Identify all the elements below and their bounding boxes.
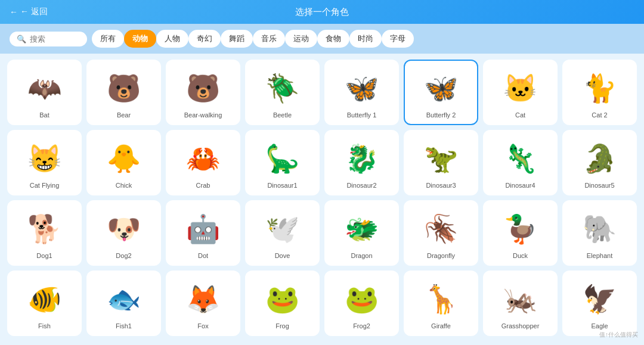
sprite-icon-cat-flying: 😸 — [27, 138, 61, 179]
sprite-card-frog2[interactable]: 🐸Frog2 — [324, 271, 399, 336]
sprite-card-bear[interactable]: 🐻Bear — [86, 60, 161, 125]
sprite-card-crab[interactable]: 🦀Crab — [166, 130, 240, 195]
filter-btn-food[interactable]: 食物 — [317, 30, 349, 48]
sprite-icon-fox: 🦊 — [186, 278, 220, 320]
sprite-card-dinosaur3[interactable]: 🦖Dinosaur3 — [404, 130, 478, 195]
filter-btn-music[interactable]: 音乐 — [253, 30, 285, 48]
sprite-card-fox[interactable]: 🦊Fox — [166, 271, 240, 336]
search-box[interactable]: 🔍 — [10, 32, 87, 46]
sprite-icon-dinosaur1: 🦕 — [265, 138, 299, 179]
sprite-card-fish1[interactable]: 🐟Fish1 — [86, 271, 161, 336]
sprite-icon-duck: 🦆 — [503, 208, 537, 250]
sprite-label-dove: Dove — [275, 252, 290, 259]
sprite-label-bat: Bat — [39, 111, 49, 119]
sprite-icon-butterfly2: 🦋 — [424, 67, 458, 109]
filter-bar: 🔍 所有动物人物奇幻舞蹈音乐运动食物时尚字母 — [0, 24, 644, 54]
filter-btn-people[interactable]: 人物 — [156, 30, 188, 48]
search-icon: 🔍 — [17, 35, 26, 43]
sprite-label-crab: Crab — [196, 182, 210, 189]
sprite-icon-giraffe: 🦒 — [424, 278, 458, 320]
sprite-label-cat2: Cat 2 — [592, 111, 607, 119]
back-button[interactable]: ← ← 返回 — [10, 7, 48, 17]
search-input[interactable] — [30, 35, 83, 43]
filter-btn-dance[interactable]: 舞蹈 — [221, 30, 253, 48]
sprite-icon-dog1: 🐕 — [27, 208, 61, 250]
sprite-label-cat: Cat — [515, 111, 525, 119]
sprite-card-frog[interactable]: 🐸Frog — [245, 271, 320, 336]
sprite-card-elephant[interactable]: 🐘Elephant — [562, 200, 637, 266]
sprite-label-bear-walking: Bear-walking — [184, 111, 222, 119]
sprite-card-dot[interactable]: 🤖Dot — [166, 200, 240, 266]
sprite-card-eagle[interactable]: 🦅Eagle — [562, 271, 637, 336]
sprite-label-dragon: Dragon — [351, 252, 372, 259]
sprite-label-cat-flying: Cat Flying — [30, 182, 60, 189]
sprite-card-cat2[interactable]: 🐈Cat 2 — [562, 60, 637, 125]
sprite-icon-dove: 🕊️ — [265, 208, 299, 250]
sprite-icon-dinosaur3: 🦖 — [424, 138, 458, 179]
sprite-card-butterfly1[interactable]: 🦋Butterfly 1 — [324, 60, 399, 125]
sprite-icon-frog: 🐸 — [265, 278, 299, 320]
sprite-icon-bat: 🦇 — [27, 67, 61, 109]
sprite-card-dragonfly[interactable]: 🪳Dragonfly — [404, 200, 478, 266]
sprite-icon-chick: 🐥 — [107, 138, 141, 179]
sprite-icon-fish1: 🐟 — [107, 278, 141, 320]
sprite-card-giraffe[interactable]: 🦒Giraffe — [404, 271, 478, 336]
sprite-label-frog: Frog — [275, 322, 289, 330]
sprite-label-dinosaur1: Dinosaur1 — [267, 182, 297, 189]
sprite-label-butterfly1: Butterfly 1 — [347, 111, 377, 119]
watermark: 值↑什么值得买 — [599, 331, 638, 339]
filter-btn-fashion[interactable]: 时尚 — [349, 30, 382, 48]
sprite-label-beetle: Beetle — [273, 111, 292, 119]
sprite-icon-butterfly1: 🦋 — [345, 67, 379, 109]
sprite-label-bear: Bear — [117, 111, 131, 119]
sprite-card-dove[interactable]: 🕊️Dove — [245, 200, 320, 266]
sprite-card-bat[interactable]: 🦇Bat — [7, 60, 82, 125]
sprite-label-fox: Fox — [197, 322, 208, 330]
filter-btn-letters[interactable]: 字母 — [382, 30, 414, 48]
sprite-icon-cat2: 🐈 — [583, 67, 617, 109]
sprite-icon-dinosaur4: 🦎 — [503, 138, 537, 179]
sprite-label-dog1: Dog1 — [36, 252, 52, 259]
sprite-icon-dragon: 🐲 — [345, 208, 379, 250]
sprite-card-beetle[interactable]: 🪲Beetle — [245, 60, 320, 125]
sprite-card-grasshopper[interactable]: 🦗Grasshopper — [483, 271, 558, 336]
sprite-icon-crab: 🦀 — [186, 138, 220, 179]
sprite-label-dinosaur3: Dinosaur3 — [426, 182, 456, 189]
sprite-card-dinosaur4[interactable]: 🦎Dinosaur4 — [483, 130, 558, 195]
sprite-card-duck[interactable]: 🦆Duck — [483, 200, 558, 266]
filter-btn-all[interactable]: 所有 — [92, 30, 124, 48]
sprite-card-dinosaur5[interactable]: 🐊Dinosaur5 — [562, 130, 637, 195]
sprite-icon-bear: 🐻 — [107, 67, 141, 109]
back-label: ← 返回 — [20, 7, 48, 17]
sprite-label-dinosaur2: Dinosaur2 — [346, 182, 376, 189]
sprite-label-fish1: Fish1 — [116, 322, 132, 330]
sprite-icon-grasshopper: 🦗 — [503, 278, 537, 320]
sprite-card-dog1[interactable]: 🐕Dog1 — [7, 200, 82, 266]
sprite-card-dinosaur1[interactable]: 🦕Dinosaur1 — [245, 130, 320, 195]
sprite-icon-dot: 🤖 — [186, 208, 220, 250]
sprite-icon-beetle: 🪲 — [265, 67, 299, 109]
filter-btn-sports[interactable]: 运动 — [285, 30, 317, 48]
sprite-card-chick[interactable]: 🐥Chick — [86, 130, 161, 195]
sprite-icon-dinosaur2: 🐉 — [345, 138, 379, 179]
sprite-icon-frog2: 🐸 — [345, 278, 379, 320]
sprite-label-eagle: Eagle — [591, 322, 608, 330]
sprite-icon-dragonfly: 🪳 — [424, 208, 458, 250]
sprite-card-fish[interactable]: 🐠Fish — [7, 271, 82, 336]
sprite-card-cat[interactable]: 🐱Cat — [483, 60, 558, 125]
sprite-card-butterfly2[interactable]: 🦋Butterfly 2 — [404, 60, 478, 125]
sprite-icon-fish: 🐠 — [27, 278, 61, 320]
sprite-icon-dog2: 🐶 — [107, 208, 141, 250]
sprite-label-elephant: Elephant — [587, 252, 612, 259]
sprite-card-dog2[interactable]: 🐶Dog2 — [86, 200, 161, 266]
sprite-label-dinosaur4: Dinosaur4 — [505, 182, 535, 189]
back-arrow-icon: ← — [10, 7, 18, 17]
filter-btn-animal[interactable]: 动物 — [124, 30, 156, 48]
sprite-icon-elephant: 🐘 — [583, 208, 617, 250]
filter-btn-fantasy[interactable]: 奇幻 — [188, 30, 221, 48]
sprite-card-cat-flying[interactable]: 😸Cat Flying — [7, 130, 82, 195]
sprite-card-dragon[interactable]: 🐲Dragon — [324, 200, 399, 266]
filter-buttons: 所有动物人物奇幻舞蹈音乐运动食物时尚字母 — [92, 30, 414, 48]
sprite-card-dinosaur2[interactable]: 🐉Dinosaur2 — [324, 130, 399, 195]
sprite-card-bear-walking[interactable]: 🐻Bear-walking — [166, 60, 240, 125]
